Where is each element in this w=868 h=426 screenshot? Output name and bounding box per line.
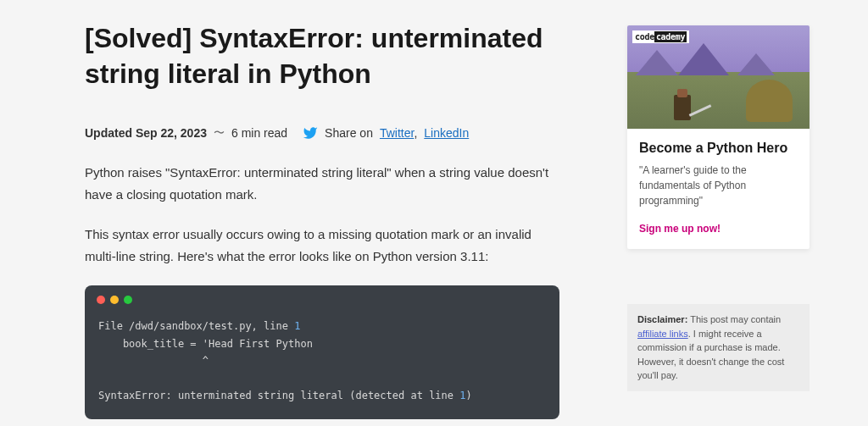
code-line: ) <box>466 390 472 401</box>
code-line-number: 1 <box>294 320 300 332</box>
mountain-decoration <box>627 41 810 75</box>
code-line-number: 1 <box>459 390 465 401</box>
link-separator: , <box>414 126 417 140</box>
window-maximize-icon <box>124 296 132 304</box>
read-time: 6 min read <box>231 126 287 140</box>
disclaimer-box: Disclaimer: This post may contain affili… <box>627 304 810 391</box>
article-meta: Updated Sep 22, 2023 〜 6 min read Share … <box>85 125 559 141</box>
ad-card[interactable]: codecademy Become a Python Hero "A learn… <box>627 25 810 249</box>
separator-wave: 〜 <box>214 125 225 141</box>
twitter-icon[interactable] <box>303 125 318 141</box>
ad-hero-image: codecademy <box>627 25 810 129</box>
hero-character-icon <box>674 95 691 120</box>
paragraph: Python raises "SyntaxError: unterminated… <box>85 162 559 205</box>
window-minimize-icon <box>110 296 119 304</box>
disclaimer-label: Disclaimer: <box>637 314 687 324</box>
ad-body: Become a Python Hero "A learner's guide … <box>627 129 810 249</box>
share-label: Share on <box>325 126 373 140</box>
article-main: [Solved] SyntaxError: unterminated strin… <box>85 21 559 426</box>
sword-icon <box>689 104 712 117</box>
code-content: File /dwd/sandbox/test.py, line 1 book_t… <box>85 309 559 419</box>
sidebar: codecademy Become a Python Hero "A learn… <box>627 21 810 426</box>
code-block: File /dwd/sandbox/test.py, line 1 book_t… <box>85 285 559 419</box>
code-line: SyntaxError: unterminated string literal… <box>98 390 459 401</box>
code-line: File /dwd/sandbox/test.py, line <box>98 320 294 332</box>
ad-description: "A learner's guide to the fundamentals o… <box>639 163 798 208</box>
window-close-icon <box>97 296 105 304</box>
updated-date: Updated Sep 22, 2023 <box>85 126 207 140</box>
code-line: ^ <box>98 355 209 367</box>
disclaimer-text: This post may contain <box>687 314 781 324</box>
affiliate-links-link[interactable]: affiliate links <box>637 329 688 339</box>
share-twitter-link[interactable]: Twitter <box>380 126 414 140</box>
bush-decoration <box>746 80 793 122</box>
code-window-controls <box>85 285 559 309</box>
ad-title: Become a Python Hero <box>639 141 798 156</box>
page-title: [Solved] SyntaxError: unterminated strin… <box>85 21 559 91</box>
ad-cta-link[interactable]: Sign me up now! <box>639 223 721 235</box>
code-line: book_title = 'Head First Python <box>98 338 313 350</box>
share-linkedin-link[interactable]: LinkedIn <box>424 126 469 140</box>
paragraph: This syntax error usually occurs owing t… <box>85 224 559 267</box>
